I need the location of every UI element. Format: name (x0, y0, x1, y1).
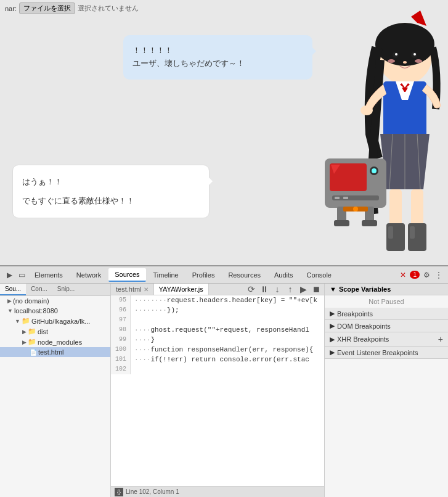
error-badge: 1 (410, 271, 420, 279)
svg-point-9 (403, 61, 407, 64)
svg-marker-0 (411, 10, 426, 26)
dist-label: dist (38, 328, 48, 335)
file-icon: 📄 (30, 349, 37, 356)
svg-rect-36 (362, 220, 377, 226)
localhost-label: localhost:8080 (14, 307, 58, 314)
bubble-left-line1: はうぁ！！ (22, 175, 200, 189)
devtools-code-panel: test.html ✕ YAYAWorker.js ⟳ ⏸ ↓ ↑ ▶ ⏹ 95 (111, 284, 325, 497)
tab-timeline[interactable]: Timeline (147, 269, 185, 281)
sidebar-tab-content[interactable]: Con... (26, 284, 52, 295)
event-breakpoints-section: ▶ Event Listener Breakpoints (325, 347, 448, 359)
sidebar-item-localhost[interactable]: ▼ localhost:8080 (0, 306, 110, 316)
pause-icon[interactable]: ⏸ (259, 284, 270, 295)
folder-icon: 📁 (28, 327, 36, 335)
devtools-main: Sou... Con... Snip... ▶ (no domain) ▼ lo… (0, 284, 448, 497)
tab-profiles[interactable]: Profiles (186, 269, 221, 281)
sidebar-tabs: Sou... Con... Snip... (0, 284, 110, 296)
dom-breakpoints-header[interactable]: ▶ DOM Breakpoints (325, 320, 448, 332)
code-line-102: 102 (111, 364, 324, 374)
svg-point-7 (388, 59, 395, 63)
code-line-101: 101 ····if(!!err) return console.error(e… (111, 355, 324, 364)
scope-header: ▼ Scope Variables (325, 284, 448, 295)
test-html-label: test.html (38, 348, 64, 356)
code-status-bar: {} Line 102, Column 1 (111, 486, 324, 497)
chat-area: ！！！！！ ユーザ、壊しちゃだめです～！ はうぁ！！ でもすぐに直る素敵仕様や！… (0, 17, 448, 257)
code-line-97: 97 (111, 315, 324, 325)
sidebar-item-dist[interactable]: ▶ 📁 dist (0, 326, 110, 337)
inspect-icon[interactable]: ▶ (4, 269, 15, 281)
dom-breakpoints-section: ▶ DOM Breakpoints (325, 320, 448, 332)
sidebar-item-github[interactable]: ▼ 📁 GitHub/lkagaka/lk... (0, 316, 110, 326)
devtools-toolbar: ▶ ▭ Elements Network Sources Timeline Pr… (0, 266, 448, 284)
code-content: 95 ········request.headers.header[key] =… (111, 295, 324, 486)
svg-point-6 (413, 53, 416, 55)
arrow-icon: ▶ (330, 335, 335, 343)
play-icon[interactable]: ▶ (298, 284, 309, 295)
arrow-icon: ▼ (330, 285, 336, 293)
svg-rect-23 (388, 226, 393, 239)
svg-rect-24 (410, 226, 415, 239)
bubble-left: はうぁ！！ でもすぐに直る素敵仕様や！！ (12, 165, 210, 218)
status-text: Line 102, Column 1 (126, 488, 179, 495)
tab-sources[interactable]: Sources (108, 268, 145, 282)
devtools-sidebar: Sou... Con... Snip... ▶ (no domain) ▼ lo… (0, 284, 111, 497)
arrow-icon: ▶ (22, 339, 26, 345)
svg-rect-31 (335, 197, 340, 199)
code-line-95: 95 ········request.headers.header[key] =… (111, 295, 324, 305)
sidebar-item-test-html[interactable]: 📄 test.html (0, 347, 110, 357)
folder-icon: 📁 (22, 317, 30, 325)
settings-icon[interactable]: ⚙ (421, 269, 432, 281)
close-tab-icon[interactable]: ✕ (144, 286, 149, 293)
tab-audits[interactable]: Audits (268, 269, 299, 281)
code-tabs: test.html ✕ YAYAWorker.js ⟳ ⏸ ↓ ↑ ▶ ⏹ (111, 284, 324, 295)
arrow-icon: ▶ (330, 310, 335, 318)
sidebar-tab-sources[interactable]: Sou... (0, 284, 26, 295)
svg-point-29 (372, 168, 377, 173)
svg-rect-35 (334, 220, 349, 226)
file-select-button[interactable]: ファイルを選択 (19, 2, 75, 14)
github-label: GitHub/lkagaka/lk... (31, 318, 90, 325)
step-over-icon[interactable]: ⟳ (246, 284, 257, 295)
arrow-icon: ▼ (15, 318, 20, 324)
more-icon[interactable]: ⋮ (433, 269, 444, 281)
code-tab-yaya-worker[interactable]: YAYAWorker.js (154, 284, 209, 295)
devtools-panel: ▶ ▭ Elements Network Sources Timeline Pr… (0, 265, 448, 497)
step-in-icon[interactable]: ↓ (272, 284, 283, 295)
not-paused-label: Not Paused (325, 295, 448, 308)
xhr-breakpoints-header[interactable]: ▶ XHR Breakpoints + (325, 332, 448, 346)
code-line-100: 100 ····function responseHandler(err, re… (111, 345, 324, 355)
sidebar-item-no-domain[interactable]: ▶ (no domain) (0, 296, 110, 306)
event-breakpoints-header[interactable]: ▶ Event Listener Breakpoints (325, 347, 448, 358)
node-modules-label: node_modules (38, 339, 82, 346)
code-line-98: 98 ····ghost.request(""+request, respons… (111, 325, 324, 335)
tab-network[interactable]: Network (70, 269, 107, 281)
svg-point-8 (415, 59, 422, 63)
xhr-breakpoints-section: ▶ XHR Breakpoints + (325, 332, 448, 347)
stop-icon[interactable]: ⏹ (311, 284, 322, 295)
tab-resources[interactable]: Resources (222, 269, 267, 281)
add-xhr-button[interactable]: + (438, 334, 443, 344)
tab-elements[interactable]: Elements (28, 269, 69, 281)
code-line-96: 96 ········}); (111, 305, 324, 315)
step-out-icon[interactable]: ↑ (285, 284, 296, 295)
arrow-icon: ▶ (22, 329, 26, 335)
anime-character (325, 10, 445, 265)
file-no-file-label: 選択されていません (78, 4, 139, 13)
arrow-icon: ▶ (7, 298, 12, 304)
sidebar-tab-snippets[interactable]: Snip... (52, 284, 79, 295)
svg-point-38 (353, 207, 358, 212)
devtools-right-panel: ▼ Scope Variables Not Paused ▶ Breakpoin… (325, 284, 448, 497)
code-tab-test-html[interactable]: test.html ✕ (111, 284, 154, 295)
error-icon: ✕ (400, 271, 406, 279)
mobile-icon[interactable]: ▭ (16, 269, 27, 281)
code-controls: ⟳ ⏸ ↓ ↑ ▶ ⏹ (246, 284, 324, 295)
sidebar-item-node-modules[interactable]: ▶ 📁 node_modules (0, 337, 110, 347)
bubble-right: ！！！！！ ユーザ、壊しちゃだめです～！ (123, 35, 312, 80)
tab-console[interactable]: Console (301, 269, 338, 281)
breakpoints-section: ▶ Breakpoints (325, 308, 448, 320)
brace-icon: {} (115, 488, 123, 496)
file-bar-label: nar: (5, 5, 17, 12)
svg-rect-32 (343, 197, 348, 199)
breakpoints-header[interactable]: ▶ Breakpoints (325, 308, 448, 319)
arrow-icon: ▶ (330, 348, 335, 356)
